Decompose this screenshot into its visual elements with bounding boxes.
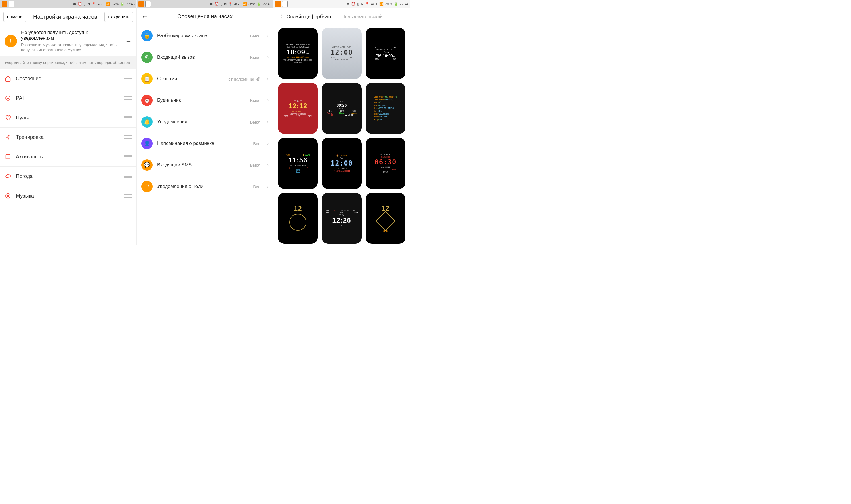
chevron-right-icon: › — [267, 119, 268, 124]
drag-handle-icon[interactable] — [124, 77, 132, 80]
signal-icon: 📶 — [379, 2, 383, 6]
drag-handle-icon[interactable] — [124, 194, 132, 198]
watchface-thumb[interactable]: 🔥 132kcalAM12:0001/23 MON♥ 114bpm ▮▮▮▮▮ — [322, 138, 361, 189]
drag-handle-icon[interactable] — [124, 175, 132, 178]
alert-row[interactable]: 👤 Напоминания о разминке Вкл › — [137, 133, 273, 154]
drag-handle-icon[interactable] — [124, 136, 132, 139]
alert-value: Выкл — [250, 163, 260, 167]
home-icon — [4, 75, 11, 82]
nfc-icon: N — [87, 2, 90, 6]
page-title: Настройки экрана часов — [33, 14, 97, 20]
battery-icon: 🔋 — [394, 2, 398, 6]
battery-label: 36% — [385, 2, 392, 6]
alert-row[interactable]: 🔓 Разблокировка экрана Выкл › — [137, 25, 273, 47]
network-label: 4G+ — [371, 2, 378, 6]
header: Отмена Настройки экрана часов Сохранить — [0, 8, 136, 26]
battery-icon: 🔋 — [120, 2, 124, 6]
status-bar: ✱ ⏰ ▯ N 📍 4G+ 📶 36% 🔋 22:43 — [137, 0, 273, 8]
sort-hint: Удерживайте кнопку сортировки, чтобы изм… — [0, 56, 136, 69]
alert-icon: ✆ — [141, 52, 153, 63]
cancel-button[interactable]: Отмена — [3, 12, 26, 22]
watchface-thumb[interactable]: 2019.08.08SEC ▮▮▮06:30PM ▮▮▮▮☁786527°C — [366, 138, 405, 189]
alarm-icon: ⏰ — [78, 2, 82, 6]
alert-row[interactable]: ⏰ Будильник Выкл › — [137, 90, 273, 111]
alert-icon: 💬 — [141, 159, 153, 170]
battery-icon: 🔋 — [257, 2, 261, 6]
svg-text:pai: pai — [7, 97, 10, 100]
watchface-thumb[interactable]: ❄ ⛄ ❄12:12MON AM 26Merry christmas529812… — [278, 83, 318, 134]
alert-icon: 📋 — [141, 73, 153, 85]
save-button[interactable]: Сохранить — [104, 12, 133, 22]
network-label: 4G+ — [98, 2, 104, 6]
list-item-status[interactable]: Состояние — [0, 69, 136, 88]
calendar-icon — [145, 1, 151, 7]
watchface-thumb[interactable]: 620Kcal♥2019.08.01Date68HeartTHU12:26☁ — [322, 193, 361, 244]
warning-title: Не удается получить доступ к уведомления… — [21, 30, 121, 41]
music-icon — [4, 193, 11, 199]
heart-icon — [4, 114, 11, 121]
drag-handle-icon[interactable] — [124, 116, 132, 119]
alert-row[interactable]: 💬 Входящие SMS Выкл › — [137, 154, 273, 176]
list-item-weather[interactable]: Погода — [0, 167, 136, 186]
watchface-thumb[interactable]: ☀28°⚡100%11:5601/23 Mon. AM◯8646758000 — [278, 138, 318, 189]
bluetooth-icon: ✱ — [210, 2, 213, 6]
chevron-right-icon: › — [267, 184, 268, 189]
list-item-heartrate[interactable]: Пульс — [0, 108, 136, 128]
location-icon: 📍 — [228, 2, 232, 6]
list-item-music[interactable]: Музыка — [0, 186, 136, 206]
tab-custom[interactable]: Пользовательский — [342, 14, 383, 20]
alert-label: Разблокировка экрана — [157, 33, 245, 39]
screen-watch-faces: ✱ ⏰ ▯ N 📍 4G+ 📶 36% 🔋 22:44 〈 Онлайн циф… — [274, 0, 410, 245]
alert-label: Уведомления о цели — [157, 184, 248, 190]
tab-online[interactable]: Онлайн циферблаты — [286, 14, 334, 20]
watchface-grid[interactable]: HEART CALORIES BAT2017.12.12 TUESDAY10:0… — [274, 25, 410, 245]
drag-handle-icon[interactable] — [124, 96, 132, 100]
alert-row[interactable]: 🛡 Уведомления о цели Вкл › — [137, 176, 273, 197]
app-icon — [138, 1, 144, 7]
list-item-activity[interactable]: Активность — [0, 147, 136, 167]
item-label: Музыка — [16, 193, 119, 199]
calendar-icon — [282, 1, 288, 7]
alert-label: Будильник — [157, 97, 245, 103]
notification-access-warning[interactable]: ! Не удается получить доступ к уведомлен… — [0, 26, 136, 56]
watchface-thumb[interactable]: WEEK MON 12-3012:00800068STEPS BPM — [322, 28, 361, 79]
drag-handle-icon[interactable] — [124, 155, 132, 159]
vibrate-icon: ▯ — [221, 2, 222, 6]
vibrate-icon: ▯ — [357, 2, 359, 6]
alert-label: Напоминания о разминке — [157, 141, 248, 146]
bluetooth-icon: ✱ — [347, 2, 349, 6]
alert-icon: 👤 — [141, 138, 153, 149]
app-icon — [275, 1, 281, 7]
status-bar: ✱ ⏰ ▯ N 📍 4G+ 📶 36% 🔋 22:44 — [274, 0, 410, 8]
svg-point-5 — [7, 196, 8, 197]
alert-value: Выкл — [250, 120, 260, 124]
alert-row[interactable]: 🔔 Уведомления Выкл › — [137, 111, 273, 133]
watchface-thumb[interactable]: 904362018.12.12 TUES23°C ☁PM 10:093090%5… — [366, 28, 405, 79]
screen-watch-alerts: ✱ ⏰ ▯ N 📍 4G+ 📶 36% 🔋 22:43 ← Оповещения… — [137, 0, 274, 245]
watchface-thumb[interactable]: AM09:2610/1750%8647725PowerStepscalorie♥… — [322, 83, 361, 134]
nfc-icon: N — [361, 2, 363, 6]
arrow-right-icon: → — [125, 37, 132, 45]
signal-icon: 📶 — [243, 2, 247, 6]
alert-label: Входящий вызов — [157, 54, 245, 60]
chevron-right-icon: › — [267, 76, 268, 82]
alert-row[interactable]: 📋 События Нет напоминаний › — [137, 68, 273, 90]
chevron-right-icon: › — [267, 33, 268, 38]
watchface-thumb[interactable]: 12 — [278, 193, 318, 244]
alert-label: События — [157, 76, 221, 82]
alert-row[interactable]: ✆ Входящий вызов Выкл › — [137, 47, 273, 68]
app-icon — [2, 1, 7, 7]
back-button[interactable]: ← — [141, 13, 148, 20]
battery-label: 37% — [112, 2, 119, 6]
watchface-thumb[interactable]: HEART CALORIES BAT2017.12.12 TUESDAY10:0… — [278, 28, 318, 79]
back-button[interactable]: 〈 — [277, 13, 283, 21]
alert-icon: 🛡 — [141, 181, 153, 192]
watchface-thumb[interactable]: User User=new User();User.watch=Amazfit;… — [366, 83, 405, 134]
list-item-pai[interactable]: pai PAI — [0, 88, 136, 108]
list-item-workout[interactable]: Тренировка — [0, 128, 136, 147]
watchface-thumb[interactable]: 12⬢ ⬢ — [366, 193, 405, 244]
chevron-right-icon: › — [267, 162, 268, 167]
svg-point-4 — [6, 194, 11, 198]
item-label: Активность — [16, 154, 119, 160]
header: ← Оповещения на часах — [137, 8, 273, 25]
